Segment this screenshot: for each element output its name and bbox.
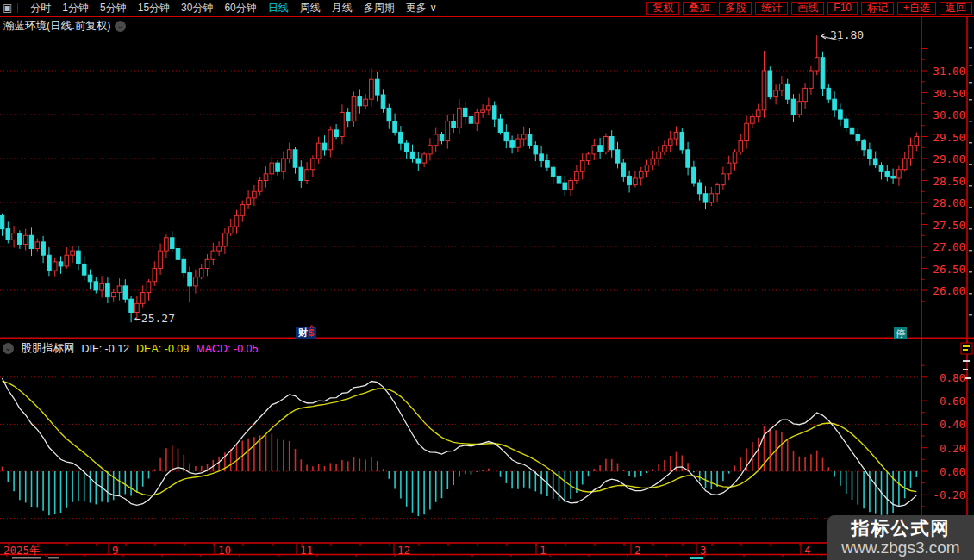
high-price-annotation: 31.80: [830, 28, 864, 41]
macd-value: MACD: -0.05: [196, 343, 258, 355]
dea-value: DEA: -0.09: [136, 343, 189, 355]
price-axis-label: 29.00: [927, 152, 965, 165]
finance-report-badge[interactable]: 财^$: [296, 327, 316, 339]
watermark-url: www.zbgs3.com: [841, 538, 959, 557]
price-axis-label: 31.00: [927, 65, 965, 78]
month-axis-label: 1: [540, 544, 546, 557]
indicator-name[interactable]: 股朋指标网: [21, 341, 75, 356]
month-axis-label: 9: [112, 544, 119, 557]
period-tab[interactable]: 更多 ∨: [406, 1, 437, 15]
macd-axis-label: 0.40: [927, 418, 965, 431]
chevron-down-icon[interactable]: ⌄: [3, 343, 14, 354]
month-axis-label: 2: [634, 544, 641, 557]
macd-axis-label: 0.80: [927, 371, 965, 384]
toolbar-button[interactable]: 画线: [791, 2, 824, 15]
month-axis-label: 11: [300, 544, 313, 557]
watermark: 指标公式网 www.zbgs3.com: [827, 515, 974, 560]
price-axis-label: 30.50: [927, 87, 965, 100]
period-tab[interactable]: 月线: [332, 1, 353, 15]
price-axis-label: 28.50: [927, 175, 965, 188]
period-tab[interactable]: 15分钟: [138, 1, 170, 15]
macd-axis-label: -0.20: [927, 488, 965, 501]
period-tab[interactable]: 多周期: [364, 1, 395, 15]
watermark-title: 指标公式网: [852, 518, 951, 538]
toolbar-button[interactable]: 多股: [719, 2, 752, 15]
toolbar-button[interactable]: 复权: [646, 2, 679, 15]
period-tab[interactable]: 日线: [268, 1, 289, 15]
trading-app-window: ▣ 分时1分钟5分钟15分钟30分钟60分钟日线周线月线多周期更多 ∨ 复权叠加…: [0, 0, 974, 560]
indicator-header: ⌄ 股朋指标网 DIF: -0.12 DEA: -0.09 MACD: -0.0…: [3, 341, 258, 356]
chart-plot-area[interactable]: [0, 0, 974, 560]
dif-value: DIF: -0.12: [82, 343, 130, 355]
price-axis-label: 26.00: [927, 284, 965, 297]
toolbar-button[interactable]: 标记: [861, 2, 894, 15]
trade-halt-badge[interactable]: 停: [894, 327, 907, 339]
price-axis-label: 28.00: [927, 196, 965, 209]
low-price-annotation: ←25.27: [134, 312, 175, 325]
month-axis-label: 2025年: [3, 544, 41, 558]
toolbar-button[interactable]: 统计: [755, 2, 788, 15]
macd-axis-label: 0.60: [927, 395, 965, 408]
month-axis-label: 10: [218, 544, 231, 557]
month-axis-label: 12: [397, 544, 410, 557]
period-tab[interactable]: 周线: [300, 1, 321, 15]
month-axis-label: 4: [804, 544, 811, 557]
window-layout-icon[interactable]: ▣: [3, 3, 18, 13]
period-tab[interactable]: 1分钟: [62, 1, 89, 15]
price-axis-label: 29.50: [927, 131, 965, 144]
stock-title[interactable]: 瀚蓝环境(日线.前复权) ⌄: [3, 19, 126, 34]
period-tab[interactable]: 分时: [30, 1, 51, 15]
stock-title-label: 瀚蓝环境(日线.前复权): [3, 19, 110, 34]
period-tab[interactable]: 30分钟: [181, 1, 213, 15]
period-tabs: 分时1分钟5分钟15分钟30分钟60分钟日线周线月线多周期更多 ∨: [30, 1, 437, 15]
toolbar-actions: 复权叠加多股统计画线F10标记+自选返回: [646, 2, 972, 15]
chevron-down-icon[interactable]: ⌄: [115, 21, 126, 32]
toolbar: ▣ 分时1分钟5分钟15分钟30分钟60分钟日线周线月线多周期更多 ∨ 复权叠加…: [0, 0, 974, 16]
toolbar-button[interactable]: F10: [827, 2, 858, 15]
macd-axis-label: 0.00: [927, 465, 965, 478]
price-axis-label: 30.00: [927, 109, 965, 121]
macd-axis-label: 0.20: [927, 442, 965, 455]
price-axis-label: 26.50: [927, 263, 965, 276]
price-axis-label: 27.00: [927, 240, 965, 253]
period-tab[interactable]: 5分钟: [100, 1, 127, 15]
toolbar-button[interactable]: 叠加: [683, 2, 715, 15]
price-axis-label: 27.50: [927, 219, 965, 232]
toolbar-button[interactable]: 返回: [940, 2, 972, 15]
period-tab[interactable]: 60分钟: [224, 1, 256, 15]
toolbar-button[interactable]: +自选: [897, 2, 936, 15]
month-axis-label: 3: [700, 544, 707, 557]
